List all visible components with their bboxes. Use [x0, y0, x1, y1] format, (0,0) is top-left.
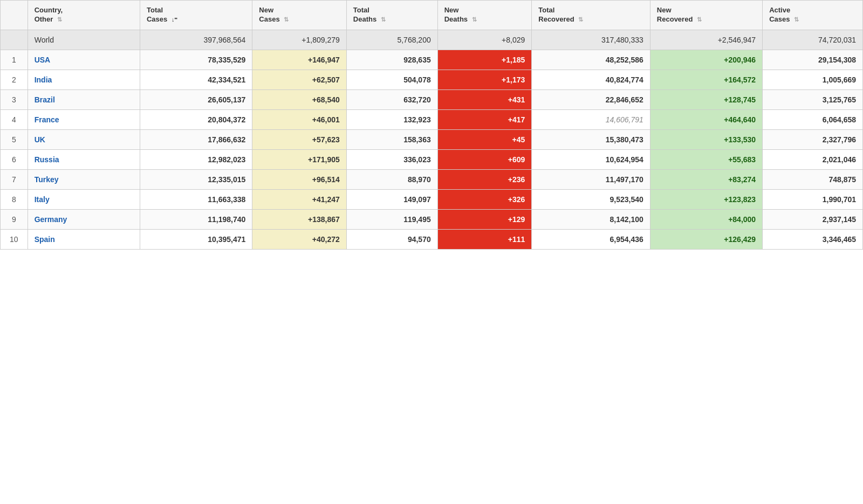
country-link[interactable]: Spain [35, 235, 55, 244]
table-row: 8 Italy 11,663,338 +41,247 149,097 +326 … [1, 189, 863, 209]
new-recovered-cell: +123,823 [650, 189, 762, 209]
new-deaths-cell: +431 [437, 89, 532, 109]
world-new-recovered: +2,546,947 [650, 30, 762, 50]
world-rank [1, 30, 28, 50]
col-total-cases-label: TotalCases [147, 6, 167, 23]
country-link[interactable]: Brazil [35, 95, 55, 104]
new-cases-cell: +62,507 [252, 70, 347, 89]
col-total-deaths-label: TotalDeaths [353, 6, 376, 23]
new-recovered-cell: +83,274 [650, 169, 762, 189]
total-deaths-cell: 88,970 [346, 169, 437, 189]
new-deaths-cell: +236 [437, 169, 532, 189]
total-recovered-cell: 40,824,774 [532, 70, 650, 89]
total-recovered-sort-icon: ⇅ [578, 16, 583, 23]
country-link[interactable]: Russia [35, 155, 59, 164]
active-cases-cell: 748,875 [763, 169, 863, 189]
col-new-cases-label: NewCases [259, 6, 279, 23]
rank-cell: 4 [1, 109, 28, 129]
table-row: 3 Brazil 26,605,137 +68,540 632,720 +431… [1, 89, 863, 109]
rank-cell: 8 [1, 189, 28, 209]
new-cases-sort-icon: ⇅ [284, 16, 289, 23]
country-cell[interactable]: France [28, 109, 140, 129]
country-cell[interactable]: Italy [28, 189, 140, 209]
country-cell[interactable]: Brazil [28, 89, 140, 109]
total-recovered-cell: 22,846,652 [532, 89, 650, 109]
total-cases-cell: 42,334,521 [140, 70, 252, 89]
covid-data-table: Country,Other ⇅ TotalCases ↓⁼ NewCases ⇅… [0, 0, 863, 250]
total-cases-sort-icon: ↓⁼ [172, 16, 178, 23]
total-deaths-cell: 149,097 [346, 189, 437, 209]
active-cases-cell: 1,990,701 [763, 189, 863, 209]
total-deaths-cell: 336,023 [346, 149, 437, 169]
country-cell[interactable]: Russia [28, 149, 140, 169]
col-new-recovered-label: NewRecovered [657, 6, 693, 23]
country-link[interactable]: India [35, 75, 52, 84]
new-deaths-cell: +609 [437, 149, 532, 169]
new-deaths-sort-icon: ⇅ [472, 16, 477, 23]
country-cell[interactable]: Turkey [28, 169, 140, 189]
col-header-total-recovered[interactable]: TotalRecovered ⇅ [532, 1, 650, 30]
col-header-new-deaths[interactable]: NewDeaths ⇅ [437, 1, 532, 30]
col-header-country[interactable]: Country,Other ⇅ [28, 1, 140, 30]
country-link[interactable]: Italy [35, 195, 50, 204]
active-cases-cell: 2,937,145 [763, 209, 863, 229]
new-recovered-sort-icon: ⇅ [697, 16, 702, 23]
new-recovered-cell: +164,572 [650, 70, 762, 89]
total-cases-cell: 17,866,632 [140, 129, 252, 149]
col-header-total-cases[interactable]: TotalCases ↓⁼ [140, 1, 252, 30]
col-header-new-cases[interactable]: NewCases ⇅ [252, 1, 347, 30]
new-deaths-cell: +326 [437, 189, 532, 209]
active-cases-cell: 3,125,765 [763, 89, 863, 109]
new-cases-cell: +138,867 [252, 209, 347, 229]
new-recovered-cell: +126,429 [650, 229, 762, 249]
new-deaths-cell: +45 [437, 129, 532, 149]
world-total-recovered: 317,480,333 [532, 30, 650, 50]
world-row: World 397,968,564 +1,809,279 5,768,200 +… [1, 30, 863, 50]
table-row: 7 Turkey 12,335,015 +96,514 88,970 +236 … [1, 169, 863, 189]
country-link[interactable]: UK [35, 135, 45, 144]
country-cell[interactable]: UK [28, 129, 140, 149]
total-cases-cell: 20,804,372 [140, 109, 252, 129]
country-cell[interactable]: Germany [28, 209, 140, 229]
rank-cell: 10 [1, 229, 28, 249]
total-recovered-cell: 9,523,540 [532, 189, 650, 209]
table-row: 5 UK 17,866,632 +57,623 158,363 +45 15,3… [1, 129, 863, 149]
col-header-active[interactable]: ActiveCases ⇅ [763, 1, 863, 30]
world-new-deaths: +8,029 [437, 30, 532, 50]
world-country: World [28, 30, 140, 50]
total-cases-cell: 26,605,137 [140, 89, 252, 109]
col-total-recovered-label: TotalRecovered [538, 6, 574, 23]
table-row: 1 USA 78,335,529 +146,947 928,635 +1,185… [1, 50, 863, 70]
new-recovered-cell: +200,946 [650, 50, 762, 70]
new-deaths-cell: +1,173 [437, 70, 532, 89]
new-cases-cell: +96,514 [252, 169, 347, 189]
country-cell[interactable]: India [28, 70, 140, 89]
country-link[interactable]: Turkey [35, 175, 59, 184]
total-recovered-cell: 8,142,100 [532, 209, 650, 229]
active-cases-cell: 2,327,796 [763, 129, 863, 149]
total-deaths-cell: 119,495 [346, 209, 437, 229]
active-cases-cell: 2,021,046 [763, 149, 863, 169]
header-row: Country,Other ⇅ TotalCases ↓⁼ NewCases ⇅… [1, 1, 863, 30]
total-cases-cell: 12,335,015 [140, 169, 252, 189]
rank-cell: 2 [1, 70, 28, 89]
table-row: 2 India 42,334,521 +62,507 504,078 +1,17… [1, 70, 863, 89]
world-total-deaths: 5,768,200 [346, 30, 437, 50]
total-recovered-cell: 10,624,954 [532, 149, 650, 169]
country-link[interactable]: France [35, 115, 59, 124]
rank-cell: 7 [1, 169, 28, 189]
total-deaths-cell: 132,923 [346, 109, 437, 129]
col-header-num [1, 1, 28, 30]
col-header-new-recovered[interactable]: NewRecovered ⇅ [650, 1, 762, 30]
world-total-cases: 397,968,564 [140, 30, 252, 50]
country-link[interactable]: USA [35, 56, 51, 64]
table-row: 4 France 20,804,372 +46,001 132,923 +417… [1, 109, 863, 129]
new-cases-cell: +57,623 [252, 129, 347, 149]
total-recovered-cell: 11,497,170 [532, 169, 650, 189]
country-cell[interactable]: Spain [28, 229, 140, 249]
country-link[interactable]: Germany [35, 215, 67, 224]
country-cell[interactable]: USA [28, 50, 140, 70]
total-deaths-cell: 94,570 [346, 229, 437, 249]
total-deaths-cell: 504,078 [346, 70, 437, 89]
col-header-total-deaths[interactable]: TotalDeaths ⇅ [346, 1, 437, 30]
